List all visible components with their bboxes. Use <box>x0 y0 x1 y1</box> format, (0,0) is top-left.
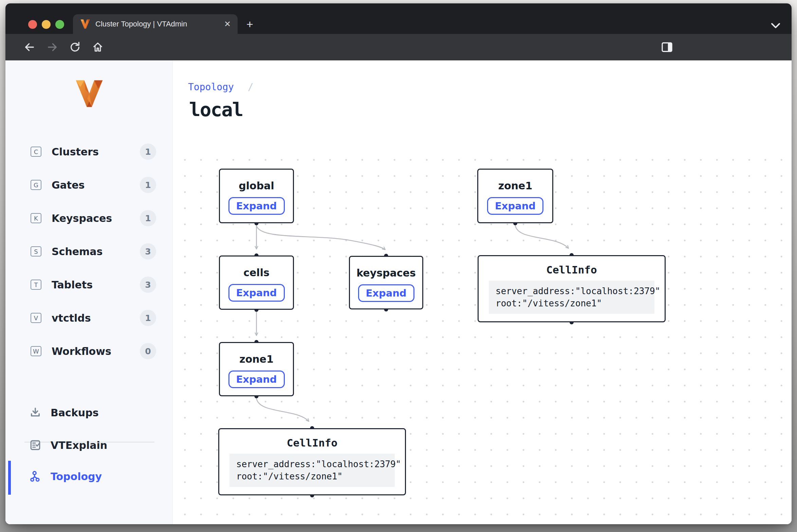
browser-toolbar: localhost:14201/topology/local Incognito… <box>5 34 792 60</box>
clusters-letter-icon: C <box>31 147 41 157</box>
tab-search-chevron-icon[interactable] <box>770 22 781 29</box>
cellinfo-root: root:"/vitess/zone1" <box>236 470 388 482</box>
sidebar-item-gates[interactable]: G Gates 1 <box>5 173 173 197</box>
sidebar-item-topology[interactable]: Topology <box>5 464 173 489</box>
vitess-favicon <box>80 19 90 29</box>
expand-button-cells[interactable]: Expand <box>228 284 285 302</box>
close-window-button[interactable] <box>28 20 37 29</box>
gates-letter-icon: G <box>31 180 41 190</box>
browser-window: Cluster Topology | VTAdmin ✕ + localhost… <box>5 3 792 524</box>
vtadmin-app: C Clusters 1 G Gates 1 K Keyspaces 1 S S… <box>5 60 792 524</box>
sidebar-item-label: Clusters <box>52 146 99 158</box>
keyspaces-letter-icon: K <box>31 213 41 223</box>
sidebar-item-label: Gates <box>52 179 85 191</box>
browser-tab-bar: Cluster Topology | VTAdmin ✕ + <box>5 3 792 34</box>
sidebar-item-vtexplain[interactable]: VTExplain <box>5 433 173 457</box>
vitess-logo <box>75 78 103 109</box>
node-cellinfo-right: CellInfo server_address:"localhost:2379"… <box>478 255 666 322</box>
cellinfo-server-address: server_address:"localhost:2379" <box>496 285 648 297</box>
forward-button[interactable] <box>44 39 60 55</box>
sidebar-item-label: vtctlds <box>52 312 91 324</box>
expand-button-zone1-top[interactable]: Expand <box>487 197 543 215</box>
breadcrumb-separator: / <box>248 81 254 93</box>
node-label: zone1 <box>220 353 293 365</box>
topology-network-icon <box>29 470 41 482</box>
node-zone1-top: zone1 Expand <box>477 169 553 223</box>
sidebar-item-label: Keyspaces <box>52 212 112 224</box>
tablets-letter-icon: T <box>31 280 41 290</box>
sidebar-item-clusters[interactable]: C Clusters 1 <box>5 139 173 164</box>
schemas-letter-icon: S <box>31 246 41 256</box>
sidebar-item-label: Topology <box>51 471 102 482</box>
sidebar-item-workflows[interactable]: W Workflows 0 <box>5 339 173 363</box>
reload-button[interactable] <box>67 39 83 55</box>
node-label: zone1 <box>478 180 552 192</box>
expand-button-global[interactable]: Expand <box>228 197 285 215</box>
sidebar-item-backups[interactable]: Backups <box>5 400 173 425</box>
cellinfo-server-address: server_address:"localhost:2379" <box>236 458 388 470</box>
expand-button-zone1-lower[interactable]: Expand <box>228 370 285 388</box>
breadcrumb-topology-link[interactable]: Topology <box>188 81 234 93</box>
browser-tab[interactable]: Cluster Topology | VTAdmin ✕ <box>73 14 238 34</box>
backups-download-icon <box>29 406 41 419</box>
side-panel-button[interactable] <box>659 39 675 55</box>
count-badge: 1 <box>140 144 156 160</box>
node-zone1-lower: zone1 Expand <box>219 342 294 396</box>
count-badge: 3 <box>140 243 156 260</box>
home-button[interactable] <box>90 39 106 55</box>
sidebar-item-schemas[interactable]: S Schemas 3 <box>5 239 173 264</box>
vtctlds-letter-icon: V <box>31 313 41 323</box>
sidebar-item-label: Schemas <box>52 246 103 258</box>
tab-close-icon[interactable]: ✕ <box>224 19 231 29</box>
workflows-letter-icon: W <box>31 346 41 356</box>
expand-button-keyspaces[interactable]: Expand <box>358 284 414 302</box>
node-label: cells <box>220 267 293 279</box>
sidebar-item-label: Backups <box>51 407 99 419</box>
sidebar-item-vtctlds[interactable]: V vtctlds 1 <box>5 306 173 330</box>
active-item-indicator <box>8 461 11 495</box>
maximize-window-button[interactable] <box>55 20 64 29</box>
minimize-window-button[interactable] <box>42 20 51 29</box>
tab-title: Cluster Topology | VTAdmin <box>95 20 187 28</box>
cellinfo-code: server_address:"localhost:2379" root:"/v… <box>489 281 654 314</box>
sidebar-item-label: Workflows <box>52 345 111 357</box>
node-label: keyspaces <box>350 267 422 279</box>
count-badge: 3 <box>140 277 156 293</box>
node-keyspaces: keyspaces Expand <box>349 256 423 309</box>
sidebar-item-keyspaces[interactable]: K Keyspaces 1 <box>5 206 173 230</box>
sidebar-item-label: VTExplain <box>51 439 107 451</box>
count-badge: 1 <box>140 210 156 226</box>
breadcrumb: Topology / <box>188 81 254 93</box>
count-badge: 1 <box>140 177 156 193</box>
sidebar-item-label: Tablets <box>52 279 93 291</box>
main-content: Topology / local <box>173 60 792 524</box>
node-label: global <box>220 180 293 192</box>
sidebar: C Clusters 1 G Gates 1 K Keyspaces 1 S S… <box>5 60 173 524</box>
count-badge: 0 <box>140 343 156 359</box>
page-title: local <box>189 98 243 120</box>
cellinfo-root: root:"/vitess/zone1" <box>496 297 648 309</box>
back-button[interactable] <box>21 39 38 55</box>
new-tab-button[interactable]: + <box>244 19 256 30</box>
sidebar-item-tablets[interactable]: T Tablets 3 <box>5 272 173 297</box>
node-title: CellInfo <box>219 437 405 449</box>
node-cellinfo-bottom: CellInfo server_address:"localhost:2379"… <box>218 428 406 495</box>
vtexplain-document-icon <box>29 439 41 451</box>
cellinfo-code: server_address:"localhost:2379" root:"/v… <box>229 454 395 487</box>
node-cells: cells Expand <box>219 255 294 310</box>
node-title: CellInfo <box>479 264 665 276</box>
node-global: global Expand <box>219 169 294 223</box>
count-badge: 1 <box>140 310 156 326</box>
